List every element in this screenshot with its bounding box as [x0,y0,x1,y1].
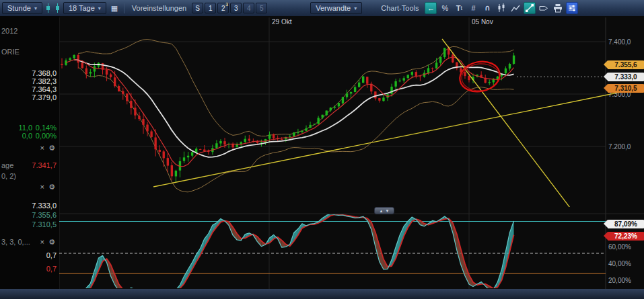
trendline-tool-icon[interactable] [524,2,536,14]
sidebar-text: ORIE [1,48,20,56]
sidebar-text: 11,0 [18,124,32,132]
preset-button-5[interactable]: 5 [256,3,267,13]
sidebar-text: age [1,161,13,169]
sidebar-text: 0,7 [46,251,57,259]
sidebar-row: age7.341,7 [0,161,59,169]
undo-icon[interactable]: ← [425,2,437,14]
indicator-settings-icon[interactable]: ⚙ [48,144,55,152]
calendar-icon[interactable]: ▦ [108,2,120,14]
remove-indicator-icon[interactable]: × [40,183,44,191]
chevron-down-icon: ▾ [98,5,101,11]
remove-indicator-icon[interactable]: × [40,238,44,246]
sidebar-row: 7.382,3 [0,77,59,85]
osc-axis-label: 60,00% [608,243,631,251]
chart-tools-label: Chart-Tools [381,4,419,12]
toolbar-divider [124,3,124,13]
text-tool-glyph: T [456,4,461,12]
candle-style-icon[interactable] [45,3,52,13]
candlestick-type-icon[interactable] [495,2,507,14]
related-label: Verwandte [316,4,351,12]
indicator-sidebar: 2012ORIE7.368,07.382,37.364,37.379,011,0… [0,16,59,289]
price-badge: 7.310,5 [608,84,644,93]
sidebar-text: 0, 2) [1,172,16,180]
price-badge: 7.355,6 [608,60,644,69]
price-axis-label: 7.200,0 [608,143,631,151]
sidebar-text: 7.333,0 [32,202,57,210]
price-badge: 7.333,0 [608,73,644,81]
preset-button-3[interactable]: 3 [230,3,242,13]
text-tool-glyph-small: t [461,5,463,11]
osc-axis-label: 20,00% [608,277,631,284]
horizontal-scrollbar[interactable] [0,289,644,299]
sidebar-text: 7.310,5 [32,220,57,228]
sidebar-row: 7.364,3 [0,85,59,93]
sidebar-row: 0,00,00% [0,132,59,140]
text-tool-icon[interactable]: Tt [453,2,465,14]
stochastic-panel [59,214,606,294]
preset-button-2[interactable]: 23 [217,3,229,13]
gridlines-icon[interactable]: # [467,2,479,14]
grid [59,17,644,289]
price-axis-label: 7.400,0 [608,38,631,46]
sidebar-text: 7.368,0 [32,69,57,77]
sidebar-row: 7.368,0 [0,69,59,77]
arrow-down-icon: ▼ [386,209,390,213]
chevron-down-icon: ▾ [354,5,357,11]
osc-axis-label: 40,00% [608,260,631,267]
sidebar-row: ×⚙ [0,144,59,152]
sidebar-row: 11,00,14% [0,124,59,132]
remove-indicator-icon[interactable]: × [40,144,44,152]
arrow-up-icon: ▲ [380,209,384,213]
sidebar-value: 7.341,7 [32,161,57,169]
sidebar-text: 7.379,0 [32,93,57,101]
osc-badge: 87,09% [608,220,644,228]
chart-canvas[interactable] [0,0,644,299]
sidebar-row: 0,7 [0,251,59,259]
sidebar-text: 7.364,3 [32,85,57,93]
annotation-tag-icon[interactable] [538,2,550,14]
preset-button-1[interactable]: 1 [205,3,216,13]
sidebar-row: 7.355,6 [0,211,59,219]
chevron-down-icon: ▾ [34,5,37,11]
range-label: 18 Tage [69,4,95,12]
chart-settings-icon[interactable] [566,2,578,14]
line-chart-type-icon[interactable] [509,2,522,14]
magnet-icon[interactable]: ∪ [481,2,493,14]
trading-chart-window: Stunde ▾ 18 Tage ▾ ▦ Voreinstellungen S1… [0,0,644,299]
sidebar-text: 7.382,3 [32,77,57,85]
date-label: 05 Nov [472,18,493,26]
print-icon[interactable] [552,2,564,14]
indicator-settings-icon[interactable]: ⚙ [48,238,55,246]
sidebar-row: 0,7 [0,265,59,273]
range-dropdown[interactable]: 18 Tage ▾ [63,2,106,14]
timeframe-dropdown[interactable]: Stunde ▾ [2,2,42,14]
preset-button-group: S123345 [190,3,267,13]
related-dropdown[interactable]: Verwandte ▾ [310,2,362,14]
sidebar-row: 0, 2) [0,172,59,180]
magnet-glyph: ∪ [485,4,490,13]
sidebar-text: 0,0 [22,132,32,140]
splitter-handle[interactable]: ▲ ▼ [374,207,394,214]
preset-button-4[interactable]: 4 [243,3,254,13]
preset-badge: 3 [225,2,228,7]
sidebar-row: 7.333,0 [0,202,59,210]
chart-toolbar: Stunde ▾ 18 Tage ▾ ▦ Voreinstellungen S1… [0,0,644,16]
date-label: 29 Okt [272,18,291,26]
sidebar-row: ×⚙ [0,183,59,191]
sidebar-text: 0,7 [46,265,57,273]
preset-button-S[interactable]: S [192,3,203,13]
sidebar-text: 3, 3, 0,... [1,238,30,246]
sidebar-row: 2012 [0,27,59,35]
sidebar-value: 0,00% [36,132,57,140]
bar-style-icon[interactable] [55,3,61,13]
osc-badge: 72,23% [608,232,644,241]
sidebar-row: 7.379,0 [0,93,59,101]
sidebar-row: 3, 3, 0,...×⚙ [0,238,59,246]
sidebar-text: 7.355,6 [32,211,57,219]
sidebar-row: 7.310,5 [0,220,59,228]
percent-scale-icon[interactable]: % [439,2,451,14]
panel-splitter: ▲ ▼ [59,206,644,214]
indicator-settings-icon[interactable]: ⚙ [48,183,55,191]
sidebar-value: 0,14% [36,124,57,132]
presets-label: Voreinstellungen [132,4,186,12]
